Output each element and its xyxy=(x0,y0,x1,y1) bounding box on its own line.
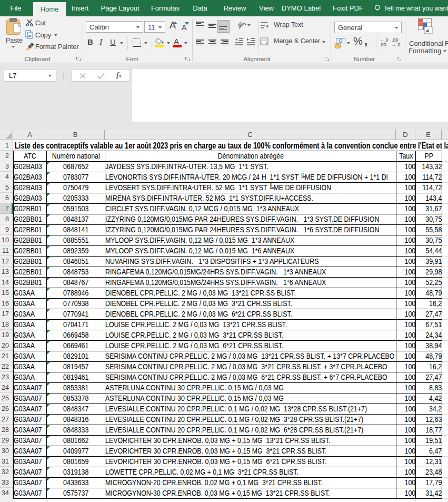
svg-text:≠: ≠ xyxy=(426,27,429,34)
svg-text:ab: ab xyxy=(238,21,244,28)
